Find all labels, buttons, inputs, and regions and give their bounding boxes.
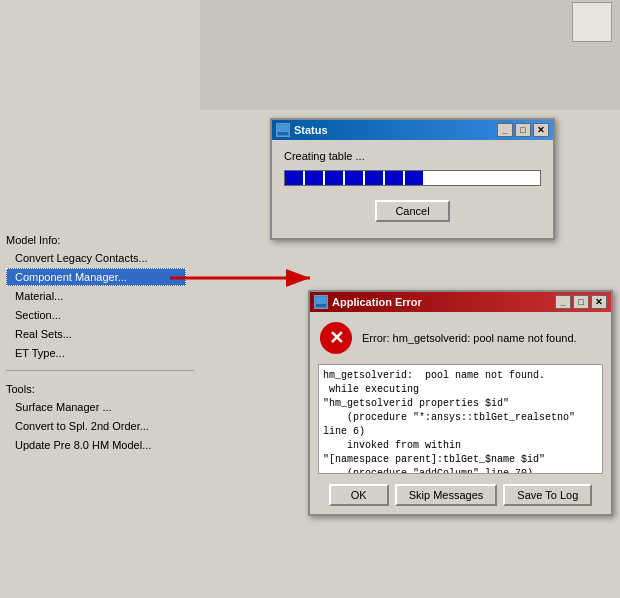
progress-fill [285, 171, 540, 185]
tools-title: Tools: [0, 379, 200, 397]
status-dialog-body: Creating table ... Cancel [272, 140, 553, 238]
maximize-button[interactable]: □ [515, 123, 531, 137]
convert-legacy-contacts-item[interactable]: Convert Legacy Contacts... [6, 249, 186, 267]
real-sets-item[interactable]: Real Sets... [6, 325, 186, 343]
section-item[interactable]: Section... [6, 306, 186, 324]
error-title: Application Error [332, 296, 422, 308]
component-manager-item[interactable]: Component Manager... [6, 268, 186, 286]
status-dialog: Status _ □ ✕ Creating table ... Cancel [270, 118, 555, 240]
tools-section: Tools: Surface Manager ... Convert to Sp… [0, 379, 200, 454]
svg-rect-2 [278, 125, 288, 132]
error-win-icon [314, 295, 328, 309]
close-button[interactable]: ✕ [533, 123, 549, 137]
left-panel: Model Info: Convert Legacy Contacts... C… [0, 0, 200, 598]
progress-seg-4 [345, 171, 363, 185]
status-dialog-buttons: Cancel [284, 196, 541, 228]
progress-seg-5 [365, 171, 383, 185]
progress-seg-6 [385, 171, 403, 185]
update-hm-item[interactable]: Update Pre 8.0 HM Model... [6, 436, 186, 454]
et-type-item[interactable]: ET Type... [6, 344, 186, 362]
material-item[interactable]: Material... [6, 287, 186, 305]
error-icon-row: ✕ Error: hm_getsolverid: pool name not f… [310, 312, 611, 360]
thumbnail-image [572, 2, 612, 42]
error-ok-button[interactable]: OK [329, 484, 389, 506]
error-minimize-button[interactable]: _ [555, 295, 571, 309]
error-dialog-buttons: OK Skip Messages Save To Log [310, 478, 611, 514]
minimize-button[interactable]: _ [497, 123, 513, 137]
error-close-button[interactable]: ✕ [591, 295, 607, 309]
error-short-message: Error: hm_getsolverid: pool name not fou… [362, 332, 601, 344]
creating-table-text: Creating table ... [284, 150, 541, 162]
progress-seg-1 [285, 171, 303, 185]
convert-spl-item[interactable]: Convert to Spl. 2nd Order... [6, 417, 186, 435]
top-area [200, 0, 620, 110]
progress-seg-3 [325, 171, 343, 185]
error-titlebar-left: Application Error [314, 295, 422, 309]
error-skip-button[interactable]: Skip Messages [395, 484, 498, 506]
model-info-title: Model Info: [0, 230, 200, 248]
error-save-log-button[interactable]: Save To Log [503, 484, 592, 506]
progress-bar [284, 170, 541, 186]
progress-seg-2 [305, 171, 323, 185]
error-maximize-button[interactable]: □ [573, 295, 589, 309]
surface-manager-item[interactable]: Surface Manager ... [6, 398, 186, 416]
svg-rect-3 [278, 132, 288, 135]
panel-divider [6, 370, 194, 371]
status-titlebar: Status _ □ ✕ [272, 120, 553, 140]
status-win-icon [276, 123, 290, 137]
error-detail-text: hm_getsolverid: pool name not found. whi… [318, 364, 603, 474]
progress-seg-7 [405, 171, 423, 185]
error-icon: ✕ [320, 322, 352, 354]
svg-rect-4 [316, 297, 326, 304]
error-dialog: Application Error _ □ ✕ ✕ Error: hm_gets… [308, 290, 613, 516]
error-titlebar-controls: _ □ ✕ [555, 295, 607, 309]
status-title: Status [294, 124, 328, 136]
svg-rect-5 [316, 304, 326, 307]
error-titlebar: Application Error _ □ ✕ [310, 292, 611, 312]
status-cancel-button[interactable]: Cancel [375, 200, 449, 222]
titlebar-controls: _ □ ✕ [497, 123, 549, 137]
titlebar-left: Status [276, 123, 328, 137]
